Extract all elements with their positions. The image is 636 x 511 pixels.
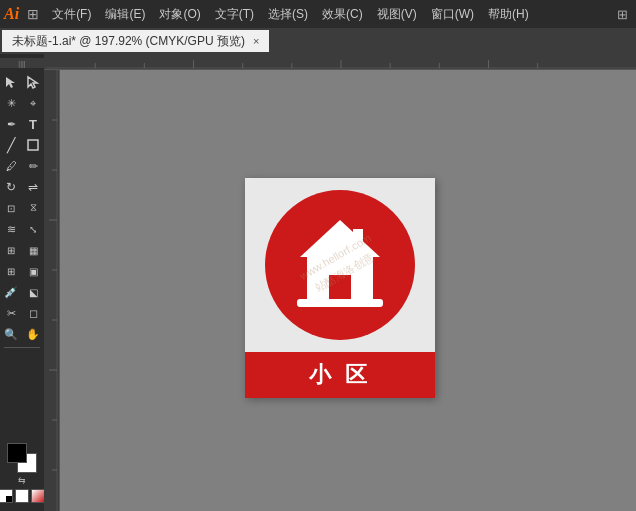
svg-rect-25 xyxy=(297,299,383,307)
selection-tool[interactable] xyxy=(1,72,21,92)
artwork-card: www.hellorf.com站酷海洛创意 小 区 xyxy=(245,178,435,398)
swap-colors-icon[interactable]: ⇆ xyxy=(18,475,26,485)
tool-group-symbol: ⊞ ▦ xyxy=(1,240,43,260)
menu-effect[interactable]: 效果(C) xyxy=(315,4,370,25)
tool-group-brush: 🖊 ✏ xyxy=(1,156,43,176)
eyedropper-tool[interactable]: 💉 xyxy=(1,282,21,302)
direct-select-tool[interactable] xyxy=(23,72,43,92)
zoom-tool[interactable]: 🔍 xyxy=(1,324,21,344)
menu-window[interactable]: 窗口(W) xyxy=(424,4,481,25)
eraser-tool[interactable]: ◻ xyxy=(23,303,43,323)
fill-stroke-row xyxy=(0,489,44,503)
stroke-color-icon[interactable] xyxy=(15,489,29,503)
toolbar: |||| ✳ ⌖ ✒ T ╱ 🖊 ✏ ↻ xyxy=(0,54,44,511)
menu-icon: ⊞ xyxy=(27,6,39,22)
ruler-vertical xyxy=(44,70,60,511)
artwork-top: www.hellorf.com站酷海洛创意 xyxy=(245,178,435,352)
main-area: |||| ✳ ⌖ ✒ T ╱ 🖊 ✏ ↻ xyxy=(0,54,636,511)
menu-object[interactable]: 对象(O) xyxy=(152,4,207,25)
tool-group-magic: ✳ ⌖ xyxy=(1,93,43,113)
warp-tool[interactable]: ≋ xyxy=(1,219,21,239)
lasso-tool[interactable]: ⌖ xyxy=(23,93,43,113)
red-circle: www.hellorf.com站酷海洛创意 xyxy=(265,190,415,340)
toolbar-ruler: |||| xyxy=(0,58,44,68)
menu-bar: Ai ⊞ 文件(F) 编辑(E) 对象(O) 文字(T) 选择(S) 效果(C)… xyxy=(0,0,636,28)
grid-icon: ⊞ xyxy=(617,7,632,22)
tool-group-scissors: ✂ ◻ xyxy=(1,303,43,323)
scissors-tool[interactable]: ✂ xyxy=(1,303,21,323)
tab-close-button[interactable]: × xyxy=(253,35,259,47)
symbol-tool[interactable]: ⊞ xyxy=(1,240,21,260)
canvas-area: www.hellorf.com站酷海洛创意 小 区 xyxy=(44,54,636,511)
scale-tool[interactable]: ⊡ xyxy=(1,198,21,218)
svg-marker-21 xyxy=(300,220,380,257)
menu-text[interactable]: 文字(T) xyxy=(208,4,261,25)
gradient-tool[interactable]: ▣ xyxy=(23,261,43,281)
tool-group-warp: ≋ ⤡ xyxy=(1,219,43,239)
tool-group-line: ╱ xyxy=(1,135,43,155)
svg-rect-24 xyxy=(329,275,351,299)
ruler-horizontal xyxy=(44,54,636,70)
tool-group-select xyxy=(1,72,43,92)
shear-tool[interactable]: ⧖ xyxy=(23,198,43,218)
app-logo: Ai xyxy=(4,5,19,23)
artwork-label-text: 小 区 xyxy=(309,360,371,390)
color-swatches: ⇆ xyxy=(0,439,44,507)
magic-wand-tool[interactable]: ✳ xyxy=(1,93,21,113)
pencil-tool[interactable]: ✏ xyxy=(23,156,43,176)
type-tool[interactable]: T xyxy=(23,114,43,134)
menu-help[interactable]: 帮助(H) xyxy=(481,4,536,25)
tool-group-rotate: ↻ ⇌ xyxy=(1,177,43,197)
pen-tool[interactable]: ✒ xyxy=(1,114,21,134)
rect-tool[interactable] xyxy=(23,135,43,155)
artwork-label-bar: 小 区 xyxy=(245,352,435,398)
fg-bg-color-box[interactable] xyxy=(7,443,37,473)
house-icon xyxy=(285,215,395,315)
free-transform-tool[interactable]: ⤡ xyxy=(23,219,43,239)
gradient-icon[interactable] xyxy=(31,489,44,503)
tool-group-scale: ⊡ ⧖ xyxy=(1,198,43,218)
tool-group-eyedropper: 💉 ⬕ xyxy=(1,282,43,302)
toolbar-divider-1 xyxy=(4,347,40,348)
menu-edit[interactable]: 编辑(E) xyxy=(98,4,152,25)
tab-label: 未标题-1.ai* @ 197.92% (CMYK/GPU 预览) xyxy=(12,33,245,50)
menu-select[interactable]: 选择(S) xyxy=(261,4,315,25)
hand-tool[interactable]: ✋ xyxy=(23,324,43,344)
tool-group-pen: ✒ T xyxy=(1,114,43,134)
line-tool[interactable]: ╱ xyxy=(1,135,21,155)
active-tab[interactable]: 未标题-1.ai* @ 197.92% (CMYK/GPU 预览) × xyxy=(2,30,269,52)
menu-view[interactable]: 视图(V) xyxy=(370,4,424,25)
column-graph-tool[interactable]: ▦ xyxy=(23,240,43,260)
menu-file[interactable]: 文件(F) xyxy=(45,4,98,25)
tab-bar: 未标题-1.ai* @ 197.92% (CMYK/GPU 预览) × xyxy=(0,28,636,54)
tool-group-mesh: ⊞ ▣ xyxy=(1,261,43,281)
rotate-tool[interactable]: ↻ xyxy=(1,177,21,197)
fill-none-icon[interactable] xyxy=(0,489,13,503)
tool-group-zoom: 🔍 ✋ xyxy=(1,324,43,344)
svg-rect-0 xyxy=(28,140,38,150)
paintbrush-tool[interactable]: 🖊 xyxy=(1,156,21,176)
svg-rect-22 xyxy=(353,229,363,247)
foreground-color-swatch[interactable] xyxy=(7,443,27,463)
reflect-tool[interactable]: ⇌ xyxy=(23,177,43,197)
mesh-tool[interactable]: ⊞ xyxy=(1,261,21,281)
blend-tool[interactable]: ⬕ xyxy=(23,282,43,302)
